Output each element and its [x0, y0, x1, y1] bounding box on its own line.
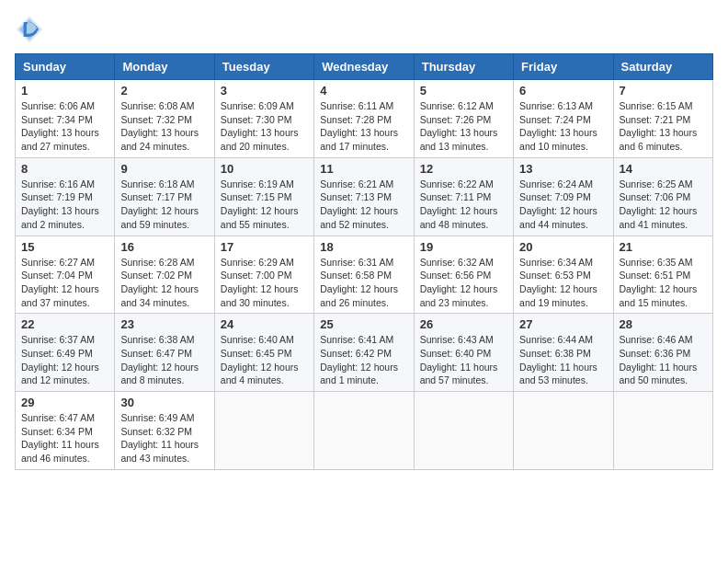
day-info: Sunrise: 6:35 AM Sunset: 6:51 PM Dayligh…	[620, 256, 707, 310]
day-cell-1: 1Sunrise: 6:06 AM Sunset: 7:34 PM Daylig…	[16, 80, 115, 158]
day-number: 17	[221, 240, 308, 254]
day-cell-19: 19Sunrise: 6:32 AM Sunset: 6:56 PM Dayli…	[414, 236, 513, 314]
day-number: 4	[320, 84, 407, 98]
day-number: 28	[620, 317, 707, 331]
day-number: 3	[221, 84, 308, 98]
day-cell-28: 28Sunrise: 6:46 AM Sunset: 6:36 PM Dayli…	[613, 314, 712, 392]
logo	[15, 15, 48, 44]
day-cell-30: 30Sunrise: 6:49 AM Sunset: 6:32 PM Dayli…	[115, 392, 214, 470]
calendar-body: 1Sunrise: 6:06 AM Sunset: 7:34 PM Daylig…	[16, 80, 713, 470]
week-row-1: 1Sunrise: 6:06 AM Sunset: 7:34 PM Daylig…	[16, 80, 713, 158]
day-info: Sunrise: 6:34 AM Sunset: 6:53 PM Dayligh…	[519, 256, 607, 310]
day-number: 27	[519, 317, 607, 331]
day-number: 21	[620, 240, 707, 254]
day-number: 12	[420, 162, 507, 176]
day-cell-9: 9Sunrise: 6:18 AM Sunset: 7:17 PM Daylig…	[115, 157, 214, 236]
day-cell-18: 18Sunrise: 6:31 AM Sunset: 6:58 PM Dayli…	[314, 236, 414, 314]
day-info: Sunrise: 6:43 AM Sunset: 6:40 PM Dayligh…	[420, 333, 507, 387]
day-number: 26	[420, 317, 507, 331]
day-header-monday: Monday	[115, 54, 214, 80]
day-cell-23: 23Sunrise: 6:38 AM Sunset: 6:47 PM Dayli…	[115, 314, 214, 392]
day-cell-26: 26Sunrise: 6:43 AM Sunset: 6:40 PM Dayli…	[414, 314, 513, 392]
day-info: Sunrise: 6:08 AM Sunset: 7:32 PM Dayligh…	[120, 99, 208, 154]
day-info: Sunrise: 6:37 AM Sunset: 6:49 PM Dayligh…	[21, 333, 108, 387]
day-header-thursday: Thursday	[414, 54, 513, 80]
day-cell-3: 3Sunrise: 6:09 AM Sunset: 7:30 PM Daylig…	[214, 80, 313, 158]
day-number: 11	[320, 162, 407, 176]
empty-cell	[613, 392, 712, 470]
day-number: 22	[21, 317, 108, 331]
day-info: Sunrise: 6:06 AM Sunset: 7:34 PM Dayligh…	[21, 99, 108, 154]
day-cell-10: 10Sunrise: 6:19 AM Sunset: 7:15 PM Dayli…	[214, 157, 313, 236]
day-info: Sunrise: 6:40 AM Sunset: 6:45 PM Dayligh…	[221, 333, 308, 387]
calendar-header-row: SundayMondayTuesdayWednesdayThursdayFrid…	[16, 54, 713, 80]
day-cell-22: 22Sunrise: 6:37 AM Sunset: 6:49 PM Dayli…	[16, 314, 115, 392]
day-number: 20	[519, 240, 607, 254]
day-cell-20: 20Sunrise: 6:34 AM Sunset: 6:53 PM Dayli…	[514, 236, 613, 314]
day-info: Sunrise: 6:11 AM Sunset: 7:28 PM Dayligh…	[320, 99, 407, 154]
calendar: SundayMondayTuesdayWednesdayThursdayFrid…	[15, 53, 713, 470]
day-number: 2	[120, 84, 208, 98]
day-header-friday: Friday	[514, 54, 613, 80]
empty-cell	[314, 392, 414, 470]
day-info: Sunrise: 6:28 AM Sunset: 7:02 PM Dayligh…	[120, 256, 208, 310]
day-number: 9	[120, 162, 208, 176]
day-info: Sunrise: 6:41 AM Sunset: 6:42 PM Dayligh…	[320, 333, 407, 387]
day-number: 18	[320, 240, 407, 254]
day-number: 25	[320, 317, 407, 331]
day-cell-14: 14Sunrise: 6:25 AM Sunset: 7:06 PM Dayli…	[613, 157, 712, 236]
day-info: Sunrise: 6:32 AM Sunset: 6:56 PM Dayligh…	[420, 256, 507, 310]
day-info: Sunrise: 6:47 AM Sunset: 6:34 PM Dayligh…	[21, 411, 108, 465]
day-cell-2: 2Sunrise: 6:08 AM Sunset: 7:32 PM Daylig…	[115, 80, 214, 158]
day-header-sunday: Sunday	[16, 54, 115, 80]
logo-icon	[15, 15, 44, 44]
day-number: 30	[120, 396, 208, 409]
page-header	[15, 15, 713, 44]
day-cell-11: 11Sunrise: 6:21 AM Sunset: 7:13 PM Dayli…	[314, 157, 414, 236]
day-cell-27: 27Sunrise: 6:44 AM Sunset: 6:38 PM Dayli…	[514, 314, 613, 392]
day-number: 5	[420, 84, 507, 98]
day-info: Sunrise: 6:27 AM Sunset: 7:04 PM Dayligh…	[21, 256, 108, 310]
day-info: Sunrise: 6:29 AM Sunset: 7:00 PM Dayligh…	[221, 256, 308, 310]
empty-cell	[514, 392, 613, 470]
day-cell-8: 8Sunrise: 6:16 AM Sunset: 7:19 PM Daylig…	[16, 157, 115, 236]
week-row-2: 8Sunrise: 6:16 AM Sunset: 7:19 PM Daylig…	[16, 157, 713, 236]
day-header-saturday: Saturday	[613, 54, 712, 80]
day-number: 14	[620, 162, 707, 176]
day-number: 24	[221, 317, 308, 331]
day-info: Sunrise: 6:38 AM Sunset: 6:47 PM Dayligh…	[120, 333, 208, 387]
day-info: Sunrise: 6:12 AM Sunset: 7:26 PM Dayligh…	[420, 99, 507, 154]
day-info: Sunrise: 6:25 AM Sunset: 7:06 PM Dayligh…	[620, 178, 707, 232]
day-cell-25: 25Sunrise: 6:41 AM Sunset: 6:42 PM Dayli…	[314, 314, 414, 392]
day-info: Sunrise: 6:24 AM Sunset: 7:09 PM Dayligh…	[519, 178, 607, 232]
day-info: Sunrise: 6:46 AM Sunset: 6:36 PM Dayligh…	[620, 333, 707, 387]
day-cell-13: 13Sunrise: 6:24 AM Sunset: 7:09 PM Dayli…	[514, 157, 613, 236]
day-cell-17: 17Sunrise: 6:29 AM Sunset: 7:00 PM Dayli…	[214, 236, 313, 314]
day-number: 16	[120, 240, 208, 254]
day-number: 8	[21, 162, 108, 176]
empty-cell	[414, 392, 513, 470]
day-info: Sunrise: 6:19 AM Sunset: 7:15 PM Dayligh…	[221, 178, 308, 232]
day-number: 19	[420, 240, 507, 254]
day-number: 29	[21, 396, 108, 409]
day-cell-15: 15Sunrise: 6:27 AM Sunset: 7:04 PM Dayli…	[16, 236, 115, 314]
week-row-5: 29Sunrise: 6:47 AM Sunset: 6:34 PM Dayli…	[16, 392, 713, 470]
week-row-3: 15Sunrise: 6:27 AM Sunset: 7:04 PM Dayli…	[16, 236, 713, 314]
day-info: Sunrise: 6:18 AM Sunset: 7:17 PM Dayligh…	[120, 178, 208, 232]
day-cell-29: 29Sunrise: 6:47 AM Sunset: 6:34 PM Dayli…	[16, 392, 115, 470]
day-info: Sunrise: 6:49 AM Sunset: 6:32 PM Dayligh…	[120, 411, 208, 465]
day-info: Sunrise: 6:16 AM Sunset: 7:19 PM Dayligh…	[21, 178, 108, 232]
day-number: 6	[519, 84, 607, 98]
day-cell-21: 21Sunrise: 6:35 AM Sunset: 6:51 PM Dayli…	[613, 236, 712, 314]
day-info: Sunrise: 6:22 AM Sunset: 7:11 PM Dayligh…	[420, 178, 507, 232]
day-number: 23	[120, 317, 208, 331]
day-number: 15	[21, 240, 108, 254]
day-cell-12: 12Sunrise: 6:22 AM Sunset: 7:11 PM Dayli…	[414, 157, 513, 236]
day-number: 1	[21, 84, 108, 98]
day-info: Sunrise: 6:44 AM Sunset: 6:38 PM Dayligh…	[519, 333, 607, 387]
day-cell-16: 16Sunrise: 6:28 AM Sunset: 7:02 PM Dayli…	[115, 236, 214, 314]
day-cell-4: 4Sunrise: 6:11 AM Sunset: 7:28 PM Daylig…	[314, 80, 414, 158]
day-info: Sunrise: 6:31 AM Sunset: 6:58 PM Dayligh…	[320, 256, 407, 310]
week-row-4: 22Sunrise: 6:37 AM Sunset: 6:49 PM Dayli…	[16, 314, 713, 392]
day-cell-6: 6Sunrise: 6:13 AM Sunset: 7:24 PM Daylig…	[514, 80, 613, 158]
